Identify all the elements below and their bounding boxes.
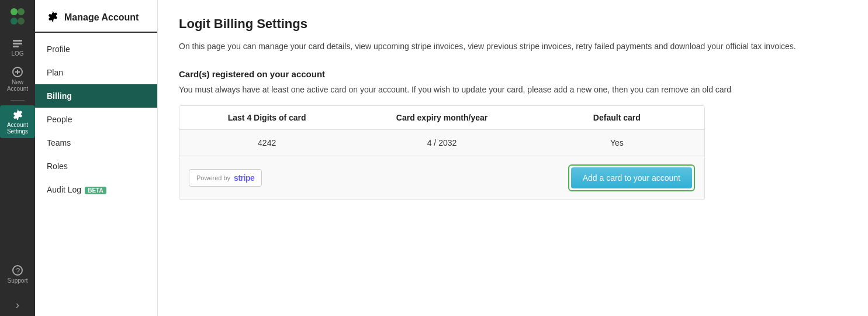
powered-by-text: Powered by bbox=[196, 174, 230, 181]
svg-rect-5 bbox=[13, 43, 22, 44]
card-expiry: 4 / 2032 bbox=[354, 130, 529, 156]
card-table-footer: Powered by stripe Add a card to your acc… bbox=[179, 156, 704, 200]
plus-circle-icon bbox=[12, 66, 23, 78]
sidebar-item-people[interactable]: People bbox=[35, 108, 157, 131]
card-last4: 4242 bbox=[179, 130, 354, 156]
col-default-header: Default card bbox=[530, 106, 704, 129]
svg-point-2 bbox=[11, 18, 18, 25]
table-row: 4242 4 / 2032 Yes bbox=[179, 130, 704, 156]
sidebar-item-account-settings[interactable]: Account Settings bbox=[0, 105, 35, 138]
sidebar-item-roles[interactable]: Roles bbox=[35, 154, 157, 178]
svg-point-1 bbox=[18, 8, 25, 15]
card-table-header: Last 4 Digits of card Card expiry month/… bbox=[179, 106, 704, 130]
sidebar-header: Manage Account bbox=[35, 0, 157, 33]
collapse-icon: › bbox=[16, 299, 19, 311]
section-title: Card(s) registered on your account bbox=[179, 69, 847, 79]
svg-rect-4 bbox=[13, 40, 22, 42]
manage-account-title: Manage Account bbox=[64, 12, 139, 23]
sidebar-item-teams[interactable]: Teams bbox=[35, 131, 157, 154]
page-title: Logit Billing Settings bbox=[179, 16, 847, 32]
svg-point-0 bbox=[11, 8, 18, 15]
svg-text:?: ? bbox=[16, 267, 20, 275]
sidebar-item-audit-log[interactable]: Audit LogBETA bbox=[35, 178, 157, 201]
sidebar-item-billing[interactable]: Billing bbox=[35, 84, 157, 108]
gear-icon bbox=[12, 109, 23, 121]
question-icon: ? bbox=[12, 265, 23, 276]
card-table: Last 4 Digits of card Card expiry month/… bbox=[179, 105, 705, 200]
stripe-logo: stripe bbox=[234, 173, 254, 183]
powered-by-stripe: Powered by stripe bbox=[189, 169, 262, 187]
sidebar-item-support[interactable]: ? Support bbox=[0, 261, 35, 287]
page-description: On this page you can manage your card de… bbox=[179, 40, 822, 53]
manage-account-icon bbox=[47, 11, 58, 25]
sidebar: Manage Account Profile Plan Billing Peop… bbox=[35, 0, 158, 316]
sidebar-collapse-button[interactable]: › bbox=[0, 294, 35, 316]
sidebar-item-new-account[interactable]: New Account bbox=[0, 63, 35, 95]
main-content: Logit Billing Settings On this page you … bbox=[158, 0, 868, 316]
col-last4-header: Last 4 Digits of card bbox=[179, 106, 354, 129]
section-description: You must always have at least one active… bbox=[179, 84, 847, 96]
log-icon bbox=[12, 37, 23, 49]
cards-section: Card(s) registered on your account You m… bbox=[179, 69, 847, 200]
svg-point-3 bbox=[18, 18, 25, 25]
beta-badge: BETA bbox=[85, 187, 106, 194]
col-expiry-header: Card expiry month/year bbox=[354, 106, 529, 129]
svg-rect-6 bbox=[13, 46, 19, 47]
card-default: Yes bbox=[530, 130, 704, 156]
divider bbox=[11, 100, 25, 101]
add-card-button[interactable]: Add a card to your account bbox=[571, 167, 692, 188]
sidebar-item-log[interactable]: LOG bbox=[0, 34, 35, 60]
logo bbox=[7, 6, 28, 27]
sidebar-item-profile[interactable]: Profile bbox=[35, 37, 157, 61]
sidebar-item-plan[interactable]: Plan bbox=[35, 61, 157, 84]
icon-bar: LOG New Account Account Settings ? Suppo… bbox=[0, 0, 35, 316]
add-card-wrapper: Add a card to your account bbox=[568, 164, 695, 191]
sidebar-nav: Profile Plan Billing People Teams Roles … bbox=[35, 33, 157, 206]
